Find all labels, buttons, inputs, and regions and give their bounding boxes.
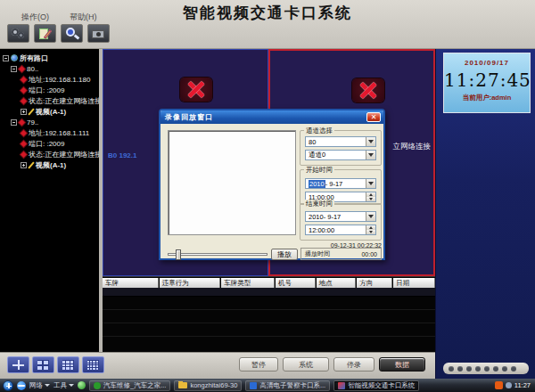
settings-icon[interactable] [7,24,29,43]
dock-icon[interactable] [484,366,490,372]
os-taskbar: 网络 工具 汽车维修_汽车之家... kongzhitai69-30 高清电子警… [0,379,535,392]
col-camera-no[interactable]: 机号 [276,278,316,288]
tray-clock[interactable]: 11:27 [514,381,532,389]
pause-button[interactable]: 暂停 [239,357,278,372]
end-date-picker[interactable]: 2010- 9-17 [305,211,376,222]
tree-leaf-video[interactable]: 视频(A-1) [21,106,99,117]
video-cell-label: B0 192.1 [108,151,136,159]
tree-node-79[interactable]: 79.. [11,117,99,127]
tree-leaf-label: 地址:192.168.1.111 [29,128,89,138]
quicklink-network[interactable]: 网络 [29,381,50,390]
tree-leaf-address[interactable]: 地址:192.168.1.180 [21,74,99,85]
taskbar-task-browser[interactable]: 汽车维修_汽车之家... [89,380,170,391]
start-button[interactable] [3,380,13,391]
tree-root[interactable]: 所有路口 [3,53,99,63]
tree-leaf-status[interactable]: 状态:正在建立网络连接 [21,149,99,159]
channel-value: 80 [306,138,366,146]
browser-icon[interactable] [17,381,26,390]
log-edit-icon[interactable] [34,24,56,43]
col-plate[interactable]: 车牌 [103,278,159,288]
search-icon[interactable] [61,24,83,43]
single-view-button[interactable] [7,356,29,373]
current-time: 11:27:45 [444,69,530,91]
taskbar-task-folder[interactable]: kongzhitai69-30 [174,380,242,391]
end-date-value: 2010- 9-17 [306,213,366,221]
playback-preview [168,130,296,235]
end-group-label: 结束时间 [304,200,334,208]
grid-3x3-button[interactable] [57,356,79,373]
spinner-down-icon[interactable] [366,197,375,201]
elapsed-value: 00:00 [361,251,377,257]
system-button[interactable]: 系统 [283,357,329,372]
task-icon [338,382,345,389]
playback-slider[interactable] [168,253,268,256]
data-button[interactable]: 数据 [379,357,425,372]
stop-record-button[interactable]: 停录 [333,357,374,372]
end-time-spinner[interactable]: 12:00:00 [305,225,376,235]
table-row[interactable] [103,288,435,297]
page-title: 智能视频交通卡口系统 [0,3,535,23]
tree-root-label: 所有路口 [20,53,48,63]
tree-node-80[interactable]: 80.. [11,63,99,74]
dock-icon[interactable] [493,366,498,372]
grid-4x4-button[interactable] [82,356,104,373]
table-row [103,310,435,323]
collapse-icon[interactable] [11,66,17,72]
tree-leaf-label: 端口: :2009 [29,139,64,149]
tree-leaf-port[interactable]: 端口: :2009 [21,138,99,149]
right-sidebar: 2010/09/17 11:27:45 当前用户:admin [435,49,535,379]
results-table: 车牌 违章行为 车牌类型 机号 地点 方向 日期 [103,276,435,352]
spinner-down-icon[interactable] [366,230,375,234]
folder-icon [178,382,187,388]
expand-icon[interactable] [21,162,27,168]
col-plate-type[interactable]: 车牌类型 [221,278,275,288]
col-direction[interactable]: 方向 [357,278,392,288]
dock-icon[interactable] [466,366,472,372]
subchannel-select[interactable]: 通道0 [305,150,376,160]
dialog-titlebar[interactable]: 录像回放窗口 [160,110,383,124]
taskbar-task-police[interactable]: 高清电子警察卡口系... [245,380,330,391]
spinner-buttons [366,225,375,234]
quicklink-tools[interactable]: 工具 [54,381,74,390]
tree-leaf-status[interactable]: 状态:正在建立网络连接 [21,95,99,106]
grid-2x2-icon [37,360,49,370]
play-button[interactable]: 播放 [271,249,298,260]
slider-handle[interactable] [176,249,181,260]
col-date[interactable]: 日期 [393,278,435,288]
start-date-picker[interactable]: 2010- 9-17 [305,178,376,189]
tree-leaf-label: 视频(A-1) [36,107,66,117]
dock-icon[interactable] [449,366,454,372]
dock-icon[interactable] [511,366,516,372]
tree-leaf-video[interactable]: 视频(A-1) [21,159,99,170]
collapse-icon[interactable] [11,119,17,126]
dock-icon[interactable] [457,366,463,372]
expand-icon[interactable] [21,109,27,115]
chevron-down-icon[interactable] [366,212,375,221]
sidebar-dock-toolbar[interactable] [443,363,529,374]
tree-leaf-address[interactable]: 地址:192.168.1.111 [21,127,99,138]
chevron-down-icon[interactable] [366,151,375,159]
tray-icon[interactable] [495,381,503,389]
grid-2x2-button[interactable] [32,356,54,373]
dock-icon[interactable] [502,366,507,372]
col-location[interactable]: 地点 [317,278,357,288]
current-user: 当前用户:admin [444,94,530,102]
clock-panel: 2010/09/17 11:27:45 当前用户:admin [443,53,531,113]
snapshot-icon[interactable] [87,24,110,43]
close-icon[interactable] [366,112,381,122]
task-icon [94,382,101,389]
col-violation[interactable]: 违章行为 [160,278,221,288]
channel-group [300,130,382,166]
date-rest: - 9-17 [325,180,343,188]
quicklink-label: 工具 [54,381,67,390]
tree-leaf-port[interactable]: 端口: :2009 [21,85,99,95]
chevron-down-icon[interactable] [366,179,375,188]
messenger-icon[interactable] [78,381,86,389]
tray-icon[interactable] [506,382,512,388]
device-tree: 所有路口 80.. 地址:192.168.1.180 端口: :2009 状态:… [0,49,99,352]
collapse-icon[interactable] [3,55,9,61]
chevron-down-icon[interactable] [366,137,375,146]
dock-icon[interactable] [475,366,481,372]
channel-select[interactable]: 80 [305,136,376,147]
taskbar-task-active[interactable]: 智能视频交通卡口系统 [333,380,419,391]
